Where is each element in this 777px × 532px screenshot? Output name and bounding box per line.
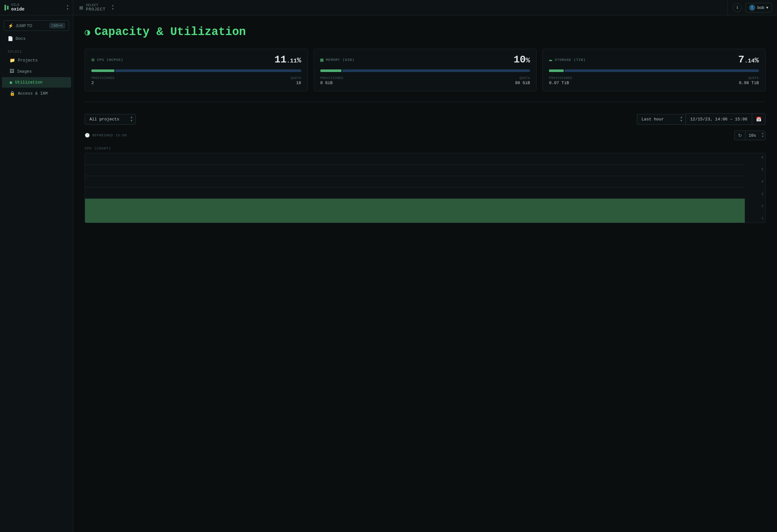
sidebar-item-images[interactable]: 🖼 Images xyxy=(2,66,71,77)
project-filter-wrapper: All projects Project A Project B ▲▼ xyxy=(85,114,136,125)
svg-rect-5 xyxy=(85,199,745,223)
project-arrows-icon[interactable]: ▲▼ xyxy=(112,4,114,11)
cpu-label: CPU (nCPUs) xyxy=(97,58,123,62)
date-range-display: 12/15/23, 14:06 – 15:06 xyxy=(686,113,752,125)
chart-label: CPU (COUNT) xyxy=(85,146,766,150)
refresh-bar: 🕐 REFRESHED 15:06 ↻ 5s 10s 30s 60s xyxy=(85,131,766,140)
sidebar-item-label: Images xyxy=(17,69,32,74)
user-menu-button[interactable]: 👤 bob ▾ xyxy=(746,3,772,12)
project-sub-label: PROJECT xyxy=(86,7,106,12)
calendar-button[interactable]: 📅 xyxy=(752,113,766,125)
metric-cards: ⚙ CPU (nCPUs) 11.11% PROVISIONED xyxy=(85,49,766,91)
chart-section: CPU (COUNT) 6 5 4 xyxy=(85,146,766,223)
memory-icon: ▦ xyxy=(320,57,324,63)
storage-icon: ▬ xyxy=(549,57,552,63)
projects-icon: 📁 xyxy=(10,58,15,63)
filter-bar: All projects Project A Project B ▲▼ Last… xyxy=(85,111,766,125)
chart-container: 6 5 4 3 2 1 xyxy=(85,153,766,223)
page-title-row: ◑ Capacity & Utilization xyxy=(85,25,766,38)
info-icon: ℹ xyxy=(737,5,738,10)
project-selector[interactable]: ▤ SELECT PROJECT ▲▼ xyxy=(73,0,728,15)
silo-name: oxide xyxy=(11,7,24,12)
page-title-icon: ◑ xyxy=(85,27,90,37)
memory-label: MEMORY (GiB) xyxy=(326,58,354,62)
interval-select[interactable]: 5s 10s 30s 60s xyxy=(745,131,766,140)
sidebar-section-label: SILO11 xyxy=(0,48,73,55)
jump-icon: ⚡ xyxy=(8,23,13,28)
docs-link[interactable]: 📄 Docs xyxy=(0,33,73,44)
docs-label: Docs xyxy=(16,36,25,41)
info-button[interactable]: ℹ xyxy=(733,3,742,12)
jump-to-label: JUMP TO xyxy=(16,23,32,28)
cpu-chart-svg xyxy=(85,153,765,223)
main-content: ◑ Capacity & Utilization ⚙ CPU (nCPUs) 1… xyxy=(73,15,777,532)
storage-label: STORAGE (TiB) xyxy=(555,58,586,62)
images-icon: 🖼 xyxy=(10,69,14,74)
sidebar-item-label: Projects xyxy=(18,58,37,63)
sidebar: ⚡ JUMP TO CMD+K 📄 Docs SILO11 📁 Projects… xyxy=(0,15,73,532)
utilization-icon: ◉ xyxy=(10,80,12,85)
cpu-icon: ⚙ xyxy=(91,57,95,63)
select-label: SELECT xyxy=(86,3,106,7)
memory-provisioned: 8 GiB xyxy=(320,81,344,85)
user-name: bob xyxy=(757,5,764,10)
silo-label: SILO xyxy=(11,3,24,7)
silo-logo-icon xyxy=(4,5,9,10)
storage-quota: 0.98 TiB xyxy=(739,81,759,85)
sidebar-item-utilization[interactable]: ◉ Utilization xyxy=(2,77,71,88)
main-layout: ⚡ JUMP TO CMD+K 📄 Docs SILO11 📁 Projects… xyxy=(0,15,777,532)
sidebar-item-projects[interactable]: 📁 Projects xyxy=(2,55,71,66)
sidebar-item-label: Access & IAM xyxy=(18,91,48,96)
jump-to-button[interactable]: ⚡ JUMP TO CMD+K xyxy=(4,20,69,31)
sidebar-item-access-iam[interactable]: 🔒 Access & IAM xyxy=(2,88,71,99)
storage-provisioned: 0.07 TiB xyxy=(549,81,572,85)
memory-quota: 80 GiB xyxy=(515,81,530,85)
interval-group: ↻ 5s 10s 30s 60s ▲▼ xyxy=(734,131,766,140)
project-filter-select[interactable]: All projects Project A Project B xyxy=(85,114,136,125)
memory-value: 10% xyxy=(514,55,530,65)
project-folder-icon: ▤ xyxy=(80,4,83,11)
refresh-label: REFRESHED 15:06 xyxy=(92,133,127,137)
clock-icon: 🕐 xyxy=(85,133,90,138)
section-divider xyxy=(85,102,766,102)
memory-bar xyxy=(320,70,530,72)
cpu-metric-card: ⚙ CPU (nCPUs) 11.11% PROVISIONED xyxy=(85,49,308,91)
cpu-quota: 18 xyxy=(291,81,301,85)
docs-icon: 📄 xyxy=(8,36,13,41)
refresh-cycle-icon: ↻ xyxy=(738,133,742,138)
page-title: Capacity & Utilization xyxy=(95,25,246,38)
storage-value: 7.14% xyxy=(738,55,759,65)
silo-arrows-icon[interactable]: ▲▼ xyxy=(67,4,69,11)
time-range-group: Last hour Last 3 hours Last 24 hours ▲▼ … xyxy=(637,113,766,125)
top-nav-right: ℹ 👤 bob ▾ xyxy=(728,3,777,12)
top-nav: SILO oxide ▲▼ ▤ SELECT PROJECT ▲▼ ℹ 👤 bo… xyxy=(0,0,777,15)
storage-bar xyxy=(549,70,759,72)
user-avatar: 👤 xyxy=(749,4,755,11)
refresh-info: 🕐 REFRESHED 15:06 xyxy=(85,133,127,138)
silo-selector[interactable]: SILO oxide ▲▼ xyxy=(0,0,73,15)
sidebar-item-label: Utilization xyxy=(15,80,42,85)
memory-metric-card: ▦ MEMORY (GiB) 10% PROVISIONED xyxy=(314,49,537,91)
time-range-select[interactable]: Last hour Last 3 hours Last 24 hours xyxy=(637,114,686,125)
iam-icon: 🔒 xyxy=(10,91,15,96)
cpu-provisioned: 2 xyxy=(91,81,115,85)
cpu-value: 11.11% xyxy=(274,55,301,65)
refresh-button[interactable]: ↻ xyxy=(734,131,745,140)
user-chevron-icon: ▾ xyxy=(766,5,768,10)
calendar-icon: 📅 xyxy=(756,117,761,122)
storage-metric-card: ▬ STORAGE (TiB) 7.14% PROVISIONED xyxy=(542,49,766,91)
cpu-bar xyxy=(91,70,301,72)
jump-to-shortcut: CMD+K xyxy=(49,23,65,28)
